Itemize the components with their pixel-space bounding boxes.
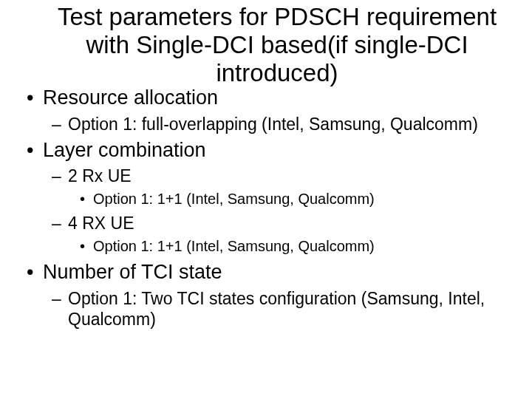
slide-title: Test parameters for PDSCH requirement wi… bbox=[44, 3, 510, 87]
subsubbullet-2rx-option: Option 1: 1+1 (Intel, Samsung, Qualcomm) bbox=[22, 190, 517, 208]
subbullet-4rx-ue: 4 RX UE bbox=[22, 213, 517, 234]
slide: Test parameters for PDSCH requirement wi… bbox=[0, 0, 532, 399]
bullet-resource-allocation: Resource allocation bbox=[22, 86, 517, 111]
subbullet-option-full-overlapping: Option 1: full-overlapping (Intel, Samsu… bbox=[22, 114, 517, 135]
bullet-number-tci-state: Number of TCI state bbox=[22, 260, 517, 285]
slide-body: Resource allocation Option 1: full-overl… bbox=[22, 86, 517, 333]
bullet-layer-combination: Layer combination bbox=[22, 138, 517, 163]
subbullet-tci-option: Option 1: Two TCI states configuration (… bbox=[22, 288, 517, 331]
subsubbullet-4rx-option: Option 1: 1+1 (Intel, Samsung, Qualcomm) bbox=[22, 237, 517, 256]
subbullet-2rx-ue: 2 Rx UE bbox=[22, 166, 517, 187]
